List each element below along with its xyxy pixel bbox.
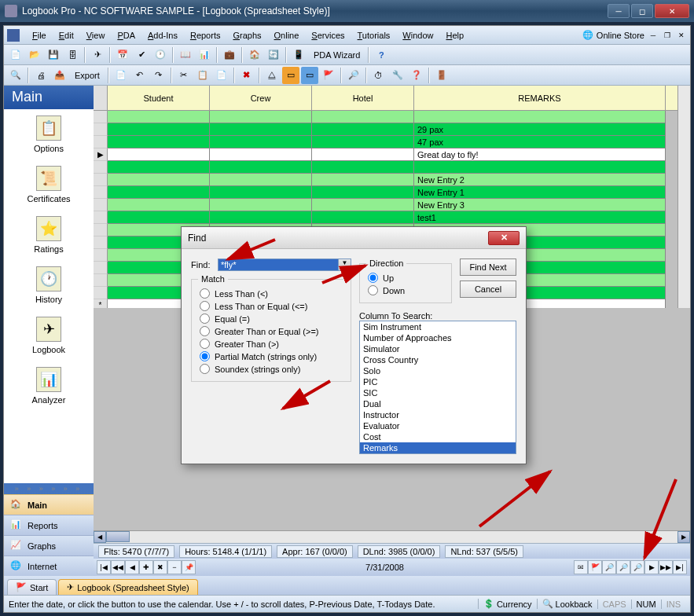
- nav-next-page-icon[interactable]: ▶▶: [659, 560, 673, 574]
- mdi-restore-button[interactable]: ❐: [662, 30, 673, 41]
- vertical-scrollbar[interactable]: [677, 86, 690, 308]
- column-option[interactable]: PIC: [360, 376, 516, 387]
- table-row[interactable]: New Entry 3: [94, 199, 677, 211]
- nav-last-icon[interactable]: ▶|: [673, 560, 687, 574]
- cut-icon[interactable]: ✂: [175, 67, 193, 84]
- clock-icon[interactable]: 🕐: [152, 46, 169, 64]
- nav-flag-icon[interactable]: 🚩: [588, 560, 602, 574]
- scroll-right-icon[interactable]: ▶: [677, 531, 690, 543]
- table-row[interactable]: New Entry 2: [94, 174, 677, 186]
- nav-findnext-icon[interactable]: 🔎: [616, 560, 630, 574]
- check-icon[interactable]: ✔: [133, 46, 150, 64]
- briefcase-icon[interactable]: 💼: [221, 46, 238, 64]
- find-dialog-titlebar[interactable]: Find ✕: [182, 227, 526, 249]
- match-option-6[interactable]: Soundex (strings only): [200, 364, 343, 374]
- export-icon[interactable]: 📤: [51, 67, 68, 84]
- cancel-button[interactable]: Cancel: [460, 280, 516, 298]
- cell[interactable]: [210, 161, 312, 174]
- cell[interactable]: [108, 111, 210, 123]
- direction-down-radio[interactable]: Down: [368, 285, 443, 295]
- scroll-left-icon[interactable]: ◀: [94, 531, 106, 543]
- open-icon[interactable]: 📂: [26, 46, 43, 64]
- cell[interactable]: [414, 111, 666, 123]
- cell[interactable]: [210, 199, 312, 211]
- match-option-3[interactable]: Greater Than or Equal (>=): [200, 326, 343, 336]
- table-row[interactable]: [94, 161, 677, 174]
- table-row[interactable]: test1: [94, 211, 677, 224]
- column-option[interactable]: Cost: [360, 431, 516, 442]
- nav-first-icon[interactable]: |◀: [97, 560, 111, 574]
- sidebar-item-history[interactable]: 🕐History: [4, 260, 94, 310]
- cell[interactable]: [312, 174, 414, 186]
- menu-edit[interactable]: Edit: [53, 29, 80, 42]
- help2-icon[interactable]: ❓: [408, 67, 425, 84]
- nav-findprev-icon[interactable]: 🔎: [630, 560, 644, 574]
- sidebar-expand-icon[interactable]: » » » » » »: [4, 483, 94, 494]
- table-row[interactable]: New Entry 1: [94, 186, 677, 199]
- redo-icon[interactable]: ↷: [150, 67, 167, 84]
- column-option[interactable]: Number of Approaches: [360, 332, 516, 343]
- cell[interactable]: New Entry 1: [414, 186, 666, 199]
- column-header-remarks[interactable]: REMARKS: [414, 86, 666, 110]
- sidebar-item-options[interactable]: 📋Options: [4, 109, 94, 160]
- column-option[interactable]: Dual: [360, 398, 516, 409]
- nav-pin-icon[interactable]: 📌: [182, 560, 196, 574]
- cell[interactable]: [108, 174, 210, 186]
- nav-add-icon[interactable]: ✚: [139, 560, 153, 574]
- cell[interactable]: [108, 148, 210, 161]
- cell[interactable]: test1: [414, 211, 666, 224]
- column-list[interactable]: Sim InstrumentNumber of ApproachesSimula…: [359, 321, 516, 454]
- direction-up-radio[interactable]: Up: [368, 273, 443, 283]
- status-lookback[interactable]: 🔍Lookback: [537, 599, 597, 609]
- view-blue-icon[interactable]: ▭: [301, 67, 318, 84]
- column-option[interactable]: Sim Instrument: [360, 321, 516, 332]
- cell[interactable]: New Entry 2: [414, 174, 666, 186]
- sidebar-item-analyzer[interactable]: 📊Analyzer: [4, 361, 94, 411]
- view-orange-icon[interactable]: ▭: [282, 67, 299, 84]
- cell[interactable]: [210, 148, 312, 161]
- pda-wizard-button[interactable]: PDA Wizard: [309, 50, 365, 60]
- sidebar-item-logbook[interactable]: ✈Logbook: [4, 310, 94, 361]
- column-header-hotel[interactable]: Hotel: [312, 86, 414, 110]
- book-icon[interactable]: 📖: [177, 46, 194, 64]
- cell[interactable]: [312, 211, 414, 224]
- column-option[interactable]: Cross Country: [360, 354, 516, 365]
- cell[interactable]: [210, 136, 312, 148]
- menu-window[interactable]: Window: [396, 29, 439, 42]
- menu-online[interactable]: Online: [268, 29, 306, 42]
- sidebar-item-ratings[interactable]: ⭐Ratings: [4, 210, 94, 260]
- cell[interactable]: [108, 211, 210, 224]
- menu-pda[interactable]: PDA: [111, 29, 141, 42]
- plane-icon[interactable]: ✈: [89, 46, 106, 64]
- nav-del-icon[interactable]: ✖: [153, 560, 167, 574]
- export-button[interactable]: Export: [70, 71, 105, 80]
- minimize-button[interactable]: ─: [608, 4, 630, 18]
- cell[interactable]: [210, 174, 312, 186]
- cell[interactable]: [312, 123, 414, 136]
- match-option-2[interactable]: Equal (=): [200, 314, 343, 324]
- exit-icon[interactable]: 🚪: [433, 67, 450, 84]
- cell[interactable]: [312, 111, 414, 123]
- cell[interactable]: [108, 199, 210, 211]
- pda-icon[interactable]: 📱: [290, 46, 307, 64]
- flag-icon[interactable]: 🚩: [320, 67, 337, 84]
- menu-services[interactable]: Services: [305, 29, 351, 42]
- menu-tutorials[interactable]: Tutorials: [351, 29, 397, 42]
- cell[interactable]: Great day to fly!: [414, 148, 666, 161]
- delete-icon[interactable]: ✖: [238, 67, 255, 84]
- copy-icon[interactable]: 📋: [194, 67, 211, 84]
- table-row[interactable]: 29 pax: [94, 123, 677, 136]
- cell[interactable]: [312, 161, 414, 174]
- page-icon[interactable]: 📄: [112, 67, 130, 84]
- cell[interactable]: New Entry 3: [414, 199, 666, 211]
- nav-prev-icon[interactable]: ◀: [125, 560, 139, 574]
- menu-reports[interactable]: Reports: [184, 29, 227, 42]
- archive-icon[interactable]: 🗄: [64, 46, 81, 64]
- match-option-5[interactable]: Partial Match (strings only): [200, 351, 343, 361]
- find-next-button[interactable]: Find Next: [460, 258, 516, 276]
- cell[interactable]: [312, 148, 414, 161]
- undo-icon[interactable]: ↶: [131, 67, 149, 84]
- tab-start[interactable]: 🚩Start: [7, 579, 57, 595]
- sidebar-nav-graphs[interactable]: 📈Graphs: [4, 535, 94, 556]
- column-option[interactable]: Simulator: [360, 343, 516, 354]
